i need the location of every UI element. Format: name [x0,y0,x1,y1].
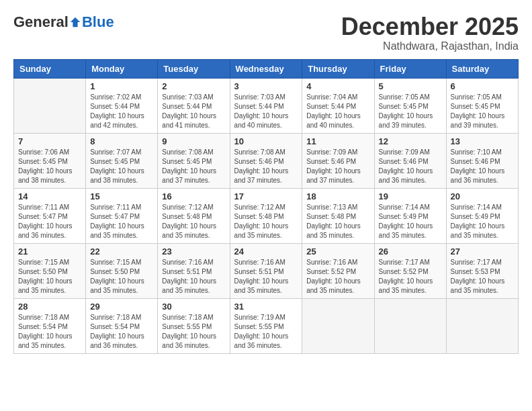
weekday-header: Sunday [14,59,86,78]
day-info: Sunrise: 7:18 AM Sunset: 5:54 PM Dayligh… [18,313,81,351]
calendar-cell: 28Sunrise: 7:18 AM Sunset: 5:54 PM Dayli… [14,298,86,353]
calendar-cell: 14Sunrise: 7:11 AM Sunset: 5:47 PM Dayli… [14,188,86,243]
calendar-cell: 17Sunrise: 7:12 AM Sunset: 5:48 PM Dayli… [230,188,302,243]
page-header: General Blue December 2025 Nathdwara, Ra… [13,13,519,52]
calendar-cell: 3Sunrise: 7:03 AM Sunset: 5:44 PM Daylig… [230,78,302,133]
day-number: 16 [162,191,225,201]
calendar-cell: 5Sunrise: 7:05 AM Sunset: 5:45 PM Daylig… [374,78,446,133]
day-number: 3 [234,81,298,91]
calendar-cell: 19Sunrise: 7:14 AM Sunset: 5:49 PM Dayli… [374,188,446,243]
calendar-week-row: 1Sunrise: 7:02 AM Sunset: 5:44 PM Daylig… [14,78,519,133]
day-info: Sunrise: 7:15 AM Sunset: 5:50 PM Dayligh… [18,258,81,295]
day-info: Sunrise: 7:11 AM Sunset: 5:47 PM Dayligh… [18,203,81,240]
day-info: Sunrise: 7:09 AM Sunset: 5:46 PM Dayligh… [379,148,442,185]
day-number: 18 [306,191,369,201]
day-info: Sunrise: 7:09 AM Sunset: 5:46 PM Dayligh… [306,148,369,185]
calendar-cell: 10Sunrise: 7:08 AM Sunset: 5:46 PM Dayli… [230,133,302,188]
day-info: Sunrise: 7:15 AM Sunset: 5:50 PM Dayligh… [90,258,153,295]
day-info: Sunrise: 7:02 AM Sunset: 5:44 PM Dayligh… [90,93,153,130]
calendar-cell [374,298,446,353]
day-number: 29 [90,302,153,312]
calendar-week-row: 28Sunrise: 7:18 AM Sunset: 5:54 PM Dayli… [14,298,519,353]
weekday-header: Tuesday [158,59,230,78]
day-number: 17 [234,191,298,201]
svg-marker-0 [71,17,80,27]
calendar-cell: 22Sunrise: 7:15 AM Sunset: 5:50 PM Dayli… [86,243,158,298]
calendar-week-row: 21Sunrise: 7:15 AM Sunset: 5:50 PM Dayli… [14,243,519,298]
weekday-header: Thursday [302,59,374,78]
day-number: 15 [90,191,153,201]
calendar-cell: 31Sunrise: 7:19 AM Sunset: 5:55 PM Dayli… [230,298,302,353]
day-info: Sunrise: 7:13 AM Sunset: 5:48 PM Dayligh… [306,203,369,240]
day-number: 22 [90,246,153,257]
day-info: Sunrise: 7:05 AM Sunset: 5:45 PM Dayligh… [379,93,442,130]
day-info: Sunrise: 7:14 AM Sunset: 5:49 PM Dayligh… [379,203,442,240]
day-number: 23 [162,246,225,257]
day-number: 8 [90,136,153,146]
calendar-cell: 30Sunrise: 7:18 AM Sunset: 5:55 PM Dayli… [158,298,230,353]
day-number: 24 [234,246,298,257]
day-info: Sunrise: 7:10 AM Sunset: 5:46 PM Dayligh… [451,148,514,185]
day-info: Sunrise: 7:12 AM Sunset: 5:48 PM Dayligh… [234,203,298,240]
day-info: Sunrise: 7:08 AM Sunset: 5:46 PM Dayligh… [234,148,298,185]
calendar-cell: 15Sunrise: 7:11 AM Sunset: 5:47 PM Dayli… [86,188,158,243]
calendar-cell: 12Sunrise: 7:09 AM Sunset: 5:46 PM Dayli… [374,133,446,188]
calendar-cell: 13Sunrise: 7:10 AM Sunset: 5:46 PM Dayli… [446,133,518,188]
calendar-cell: 27Sunrise: 7:17 AM Sunset: 5:53 PM Dayli… [446,243,518,298]
logo: General Blue [13,13,114,31]
calendar-cell: 18Sunrise: 7:13 AM Sunset: 5:48 PM Dayli… [302,188,374,243]
calendar-cell: 29Sunrise: 7:18 AM Sunset: 5:54 PM Dayli… [86,298,158,353]
day-number: 9 [162,136,225,146]
calendar-cell: 26Sunrise: 7:17 AM Sunset: 5:52 PM Dayli… [374,243,446,298]
calendar-cell: 9Sunrise: 7:08 AM Sunset: 5:45 PM Daylig… [158,133,230,188]
calendar-cell: 2Sunrise: 7:03 AM Sunset: 5:44 PM Daylig… [158,78,230,133]
weekday-header: Friday [374,59,446,78]
title-block: December 2025 Nathdwara, Rajasthan, Indi… [341,13,519,52]
calendar-cell [302,298,374,353]
day-info: Sunrise: 7:03 AM Sunset: 5:44 PM Dayligh… [162,93,225,130]
weekday-header: Wednesday [230,59,302,78]
day-info: Sunrise: 7:06 AM Sunset: 5:45 PM Dayligh… [18,148,81,185]
day-info: Sunrise: 7:18 AM Sunset: 5:54 PM Dayligh… [90,313,153,351]
day-number: 10 [234,136,298,146]
day-info: Sunrise: 7:14 AM Sunset: 5:49 PM Dayligh… [451,203,514,240]
day-number: 30 [162,302,225,312]
day-number: 27 [451,246,514,257]
day-info: Sunrise: 7:12 AM Sunset: 5:48 PM Dayligh… [162,203,225,240]
logo-general: General [13,13,69,31]
weekday-header: Saturday [446,59,518,78]
calendar-cell [446,298,518,353]
day-number: 1 [90,81,153,91]
calendar-cell: 7Sunrise: 7:06 AM Sunset: 5:45 PM Daylig… [14,133,86,188]
day-number: 11 [306,136,369,146]
logo-icon [69,16,81,28]
day-number: 2 [162,81,225,91]
calendar-cell: 23Sunrise: 7:16 AM Sunset: 5:51 PM Dayli… [158,243,230,298]
day-number: 31 [234,302,298,312]
calendar-cell: 25Sunrise: 7:16 AM Sunset: 5:52 PM Dayli… [302,243,374,298]
day-number: 5 [379,81,442,91]
day-info: Sunrise: 7:08 AM Sunset: 5:45 PM Dayligh… [162,148,225,185]
location-subtitle: Nathdwara, Rajasthan, India [341,40,519,52]
month-title: December 2025 [341,13,519,40]
day-number: 14 [18,191,81,201]
calendar-week-row: 14Sunrise: 7:11 AM Sunset: 5:47 PM Dayli… [14,188,519,243]
calendar-cell: 6Sunrise: 7:05 AM Sunset: 5:45 PM Daylig… [446,78,518,133]
day-info: Sunrise: 7:17 AM Sunset: 5:53 PM Dayligh… [451,258,514,295]
day-number: 21 [18,246,81,257]
day-info: Sunrise: 7:03 AM Sunset: 5:44 PM Dayligh… [234,93,298,130]
day-info: Sunrise: 7:19 AM Sunset: 5:55 PM Dayligh… [234,313,298,351]
calendar-header-row: SundayMondayTuesdayWednesdayThursdayFrid… [14,59,519,78]
day-info: Sunrise: 7:16 AM Sunset: 5:52 PM Dayligh… [306,258,369,295]
day-number: 4 [306,81,369,91]
calendar-cell: 1Sunrise: 7:02 AM Sunset: 5:44 PM Daylig… [86,78,158,133]
calendar-cell: 20Sunrise: 7:14 AM Sunset: 5:49 PM Dayli… [446,188,518,243]
calendar-cell: 24Sunrise: 7:16 AM Sunset: 5:51 PM Dayli… [230,243,302,298]
day-number: 25 [306,246,369,257]
day-info: Sunrise: 7:11 AM Sunset: 5:47 PM Dayligh… [90,203,153,240]
logo-blue: Blue [82,13,114,31]
day-number: 28 [18,302,81,312]
calendar-week-row: 7Sunrise: 7:06 AM Sunset: 5:45 PM Daylig… [14,133,519,188]
weekday-header: Monday [86,59,158,78]
calendar-table: SundayMondayTuesdayWednesdayThursdayFrid… [13,59,519,354]
